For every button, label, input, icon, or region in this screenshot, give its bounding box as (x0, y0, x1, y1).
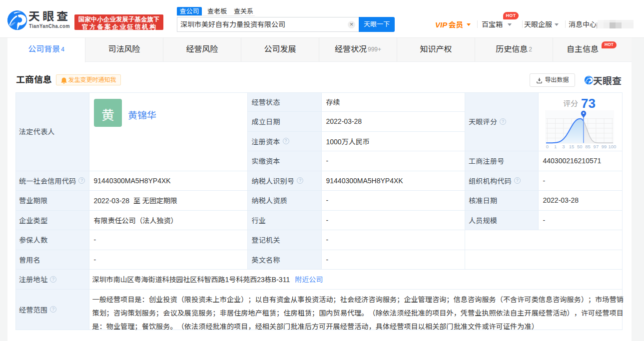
svg-text:1: 1 (554, 143, 557, 149)
svg-text:50: 50 (577, 143, 583, 149)
svg-text:97: 97 (594, 143, 599, 149)
svg-text:100: 100 (608, 143, 616, 149)
svg-text:0: 0 (546, 143, 549, 149)
svg-text:73: 73 (581, 96, 596, 111)
svg-text:评分: 评分 (563, 99, 578, 108)
svg-text:15: 15 (569, 143, 575, 149)
svg-text:3: 3 (562, 143, 565, 149)
svg-text:85: 85 (585, 143, 591, 149)
svg-text:99: 99 (602, 143, 607, 149)
